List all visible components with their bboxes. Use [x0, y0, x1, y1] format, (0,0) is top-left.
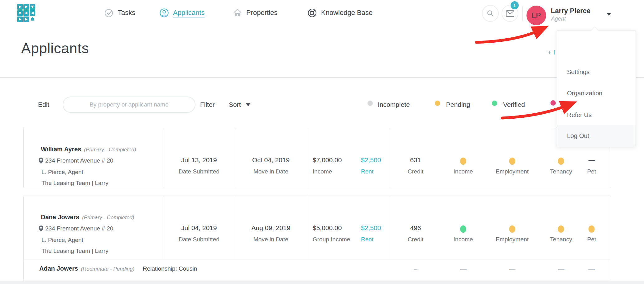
tab-properties-label: Properties: [246, 9, 277, 17]
page-bottom-strip: [0, 281, 644, 284]
header-divider: [0, 77, 644, 78]
house-icon: [233, 8, 242, 17]
legend-label-pending: Pending: [446, 101, 470, 108]
person-circle-icon: [159, 8, 169, 18]
legend-dot-pending: [435, 101, 440, 106]
date-submitted-label: Date Submitted: [163, 168, 235, 175]
search-icon: [487, 10, 494, 17]
status-dot: [558, 158, 564, 165]
location-pin-icon: [39, 225, 43, 232]
rent-cell: $2,500 Rent: [361, 156, 381, 175]
mail-icon: [506, 10, 514, 17]
income-cell: $7,000.00 Income: [313, 156, 342, 175]
legend-dot-verified: [492, 101, 497, 106]
credit-value: 631: [408, 156, 424, 164]
user-menu-caret-icon[interactable]: [607, 13, 611, 16]
menu-item-log-out[interactable]: Log Out: [567, 132, 589, 140]
credit-cell: 631 Credit: [408, 156, 424, 175]
check-label: Employment: [496, 168, 529, 175]
rent-value: $2,500: [361, 224, 381, 232]
check-label: Pet: [587, 236, 596, 243]
lifebuoy-icon: [307, 8, 317, 18]
rent-cell: $2,500 Rent: [361, 224, 381, 243]
income-value: $5,000.00: [313, 224, 350, 232]
sort-caret-icon: [246, 103, 250, 106]
user-role: Agent: [551, 16, 566, 22]
column-divider: [307, 196, 307, 259]
date-submitted-label: Date Submitted: [163, 236, 235, 243]
applicant-card[interactable]: William Ayres (Primary - Completed) 234 …: [23, 128, 610, 188]
check-label: Income: [454, 236, 473, 243]
rent-label: Rent: [361, 236, 381, 243]
applicant-name[interactable]: William Ayres: [41, 146, 81, 153]
user-dropdown-menu: Settings Organization Refer Us Log Out: [557, 30, 636, 147]
applicant-name-row: William Ayres (Primary - Completed): [41, 146, 136, 153]
sub-row-divider: [24, 259, 610, 259]
move-in-value: Aug 09, 2019: [235, 224, 307, 232]
tab-applicants[interactable]: Applicants: [159, 5, 205, 21]
search-button[interactable]: [482, 5, 499, 22]
page-title: Applicants: [21, 40, 89, 57]
invite-button-partial[interactable]: + I: [548, 49, 555, 56]
applicant-name-row: Dana Jowers (Primary - Completed): [41, 214, 134, 221]
tab-knowledge-base[interactable]: Knowledge Base: [307, 5, 372, 21]
income-label: Group Income: [313, 236, 350, 243]
move-in-label: Move in Date: [235, 236, 307, 243]
date-submitted-cell: Jul 13, 2019 Date Submitted: [163, 156, 235, 175]
applicant-address: 234 Fremont Avenue # 20: [45, 157, 113, 164]
credit-label: Credit: [408, 236, 424, 243]
applicant-team: The Leasing Team | Larry: [41, 248, 108, 254]
applicant-name[interactable]: Dana Jowers: [41, 214, 79, 221]
sub-applicant-name[interactable]: Adan Jowers: [39, 265, 78, 272]
check-employment: Employment: [496, 225, 529, 243]
sub-dash-pet: —: [589, 265, 595, 272]
check-label: Pet: [587, 168, 596, 175]
rent-value: $2,500: [361, 156, 381, 164]
move-in-cell: Oct 04, 2019 Move in Date: [235, 156, 307, 175]
rent-label: Rent: [361, 168, 381, 175]
check-value: —: [587, 156, 596, 164]
column-divider: [389, 128, 389, 188]
sub-dash-credit: –: [414, 265, 417, 272]
nav-divider: [522, 6, 523, 21]
status-dot: [509, 158, 515, 165]
status-dot: [589, 225, 595, 233]
credit-label: Credit: [408, 168, 424, 175]
tab-applicants-label: Applicants: [173, 9, 205, 17]
avatar[interactable]: LP: [526, 6, 546, 25]
applicant-team: The Leasing Team | Larry: [41, 180, 108, 187]
applicant-agent: L. Pierce, Agent: [41, 169, 83, 176]
column-divider: [307, 128, 307, 188]
applicant-address: 234 Fremont Avenue # 20: [45, 225, 113, 232]
sort-label: Sort: [229, 101, 241, 108]
check-income: Income: [454, 158, 473, 175]
sub-dash-income: —: [460, 265, 467, 272]
check-tenancy: Tenancy: [550, 158, 572, 175]
check-income: Income: [454, 225, 473, 243]
sub-applicant-relationship: Relationship: Cousin: [143, 265, 197, 272]
check-label: Income: [454, 168, 473, 175]
search-input[interactable]: [63, 97, 195, 113]
filter-button[interactable]: Filter: [200, 101, 215, 108]
app-logo[interactable]: [17, 4, 35, 22]
check-label: Employment: [496, 236, 529, 243]
location-pin-icon: [39, 158, 43, 164]
menu-item-organization[interactable]: Organization: [567, 90, 602, 97]
tab-tasks[interactable]: Tasks: [104, 5, 135, 21]
mail-badge: 1: [511, 1, 519, 9]
user-name[interactable]: Larry Pierce: [551, 7, 590, 15]
edit-button[interactable]: Edit: [38, 101, 49, 108]
move-in-cell: Aug 09, 2019 Move in Date: [235, 224, 307, 243]
applicant-card[interactable]: Dana Jowers (Primary - Completed) 234 Fr…: [23, 196, 610, 281]
menu-item-logout-band[interactable]: Log Out: [557, 125, 636, 147]
legend-dot-denied: [550, 100, 556, 106]
sort-button[interactable]: Sort: [229, 101, 250, 108]
logo-grid-icon: [17, 4, 35, 22]
move-in-label: Move in Date: [235, 168, 307, 175]
tab-properties[interactable]: Properties: [233, 5, 277, 21]
check-label: Tenancy: [550, 168, 572, 175]
check-circle-icon: [104, 8, 114, 18]
menu-item-refer-us[interactable]: Refer Us: [567, 111, 592, 119]
tab-knowledge-base-label: Knowledge Base: [321, 9, 372, 17]
menu-item-settings[interactable]: Settings: [567, 69, 589, 76]
